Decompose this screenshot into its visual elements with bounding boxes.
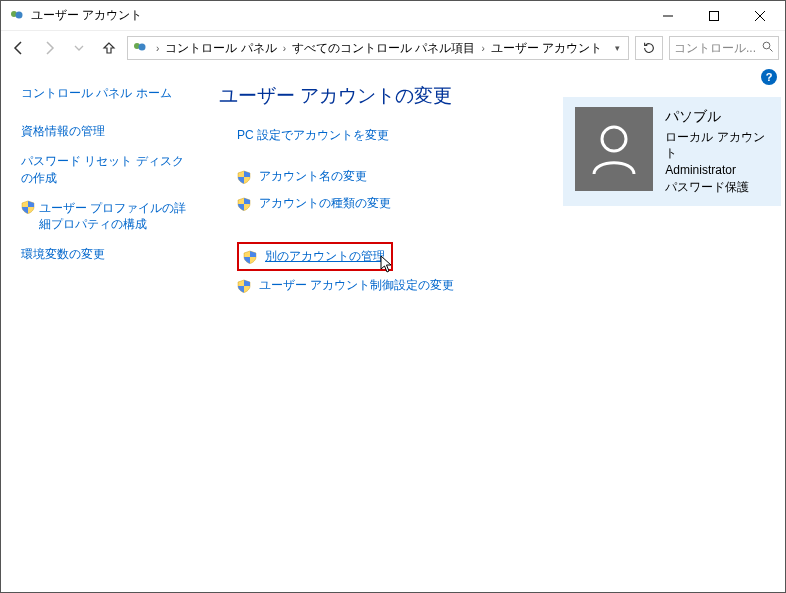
window-title: ユーザー アカウント [31, 7, 645, 24]
shield-icon [21, 200, 35, 214]
task-label: アカウント名の変更 [259, 168, 367, 185]
address-bar[interactable]: › コントロール パネル › すべてのコントロール パネル項目 › ユーザー ア… [127, 36, 629, 60]
sidebar-home-label: コントロール パネル ホーム [21, 85, 172, 101]
recent-locations-button[interactable] [67, 36, 91, 60]
svg-rect-3 [710, 11, 719, 20]
profile-account-type: ローカル アカウント [665, 129, 769, 163]
maximize-button[interactable] [691, 1, 737, 31]
breadcrumb-item[interactable]: すべてのコントロール パネル項目 [292, 40, 475, 57]
svg-point-1 [16, 11, 23, 18]
sidebar-item-password-reset-disk[interactable]: パスワード リセット ディスクの作成 [21, 153, 193, 185]
breadcrumb-item[interactable]: ユーザー アカウント [491, 40, 602, 57]
task-label: ユーザー アカウント制御設定の変更 [259, 277, 454, 294]
forward-button[interactable] [37, 36, 61, 60]
titlebar: ユーザー アカウント [1, 1, 785, 31]
address-dropdown-button[interactable]: ▾ [611, 43, 624, 53]
chevron-right-icon[interactable]: › [152, 43, 163, 54]
sidebar-item-label: 環境変数の変更 [21, 246, 105, 262]
shield-icon [243, 250, 257, 264]
chevron-right-icon[interactable]: › [279, 43, 290, 54]
profile-role: Administrator [665, 162, 769, 179]
window-buttons [645, 1, 783, 31]
sidebar-item-label: 資格情報の管理 [21, 123, 105, 139]
shield-icon [237, 197, 251, 211]
breadcrumb-item[interactable]: コントロール パネル [165, 40, 276, 57]
sidebar: コントロール パネル ホーム 資格情報の管理 パスワード リセット ディスクの作… [1, 65, 201, 592]
svg-point-10 [602, 127, 626, 151]
task-label: アカウントの種類の変更 [259, 195, 391, 212]
search-input[interactable]: コントロール... [669, 36, 779, 60]
task-group-2: 別のアカウントの管理 ユーザー アカウント制御設定の変更 [219, 242, 777, 294]
navigation-bar: › コントロール パネル › すべてのコントロール パネル項目 › ユーザー ア… [1, 31, 785, 65]
search-placeholder: コントロール... [674, 40, 756, 57]
avatar [575, 107, 653, 191]
shield-icon [237, 279, 251, 293]
control-panel-home-link[interactable]: コントロール パネル ホーム [21, 85, 193, 101]
sidebar-item-env-vars[interactable]: 環境変数の変更 [21, 246, 193, 262]
task-uac-settings[interactable]: ユーザー アカウント制御設定の変更 [237, 277, 777, 294]
minimize-button[interactable] [645, 1, 691, 31]
sidebar-item-profile-properties[interactable]: ユーザー プロファイルの詳細プロパティの構成 [21, 200, 193, 232]
chevron-right-icon[interactable]: › [477, 43, 488, 54]
svg-point-8 [763, 42, 770, 49]
app-icon [9, 8, 25, 24]
sidebar-item-label: ユーザー プロファイルの詳細プロパティの構成 [39, 200, 193, 232]
task-label: PC 設定でアカウントを変更 [237, 127, 389, 144]
up-button[interactable] [97, 36, 121, 60]
sidebar-item-label: パスワード リセット ディスクの作成 [21, 153, 193, 185]
profile-info: パソブル ローカル アカウント Administrator パスワード保護 [665, 107, 769, 196]
sidebar-item-credentials[interactable]: 資格情報の管理 [21, 123, 193, 139]
refresh-button[interactable] [635, 36, 663, 60]
control-panel-icon [132, 40, 148, 56]
svg-point-7 [139, 44, 146, 51]
svg-line-9 [770, 48, 773, 51]
search-icon [762, 41, 774, 56]
main-content: ユーザー アカウントの変更 PC 設定でアカウントを変更 アカウント名の変更 [201, 65, 785, 592]
close-button[interactable] [737, 1, 783, 31]
shield-icon [237, 170, 251, 184]
task-label: 別のアカウントの管理 [265, 248, 385, 265]
task-manage-other-accounts[interactable]: 別のアカウントの管理 [237, 242, 393, 271]
back-button[interactable] [7, 36, 31, 60]
profile-card: パソブル ローカル アカウント Administrator パスワード保護 [563, 97, 781, 206]
profile-protection: パスワード保護 [665, 179, 769, 196]
profile-name: パソブル [665, 107, 769, 127]
